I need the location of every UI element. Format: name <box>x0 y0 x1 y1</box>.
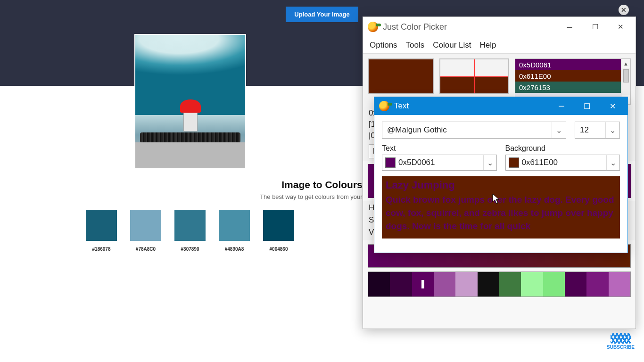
scheme-cell[interactable] <box>609 272 630 296</box>
swatch-hex-label: #004860 <box>270 247 288 252</box>
font-size-select[interactable]: 12 ⌄ <box>575 122 620 139</box>
swatch-hex-label: #186078 <box>92 247 111 252</box>
menu-colour-list[interactable]: Colour List <box>433 41 471 50</box>
palette-swatches: #186078#78A8C0#307890#4890A8#004860 <box>86 210 294 252</box>
dna-icon <box>611 333 631 344</box>
subscribe-watermark: SUBSCRIBE <box>607 333 635 350</box>
text-preview-area: Lazy Jumping Quick brown fox jumps over … <box>382 176 620 239</box>
maximize-button[interactable]: ☐ <box>577 99 597 113</box>
swatch-hex-label: #78A8C0 <box>136 247 156 252</box>
app-icon <box>379 101 389 111</box>
scheme-cell[interactable] <box>434 272 455 296</box>
app-icon <box>368 22 378 32</box>
scheme-cell[interactable] <box>455 272 477 296</box>
background-colour-select[interactable]: 0x611E00 ⌄ <box>505 155 620 171</box>
subscribe-label: SUBSCRIBE <box>607 345 635 350</box>
scheme-cell[interactable] <box>499 272 521 296</box>
palette-swatch[interactable]: #307890 <box>174 210 206 252</box>
menu-tools[interactable]: Tools <box>406 41 425 50</box>
text-colour-code: 0x5D0061 <box>398 158 483 167</box>
current-colour-swatch <box>368 58 434 94</box>
scheme-cell[interactable] <box>521 272 543 296</box>
scheme-cell[interactable] <box>368 272 390 296</box>
background-colour-swatch <box>509 157 519 168</box>
scroll-up-icon[interactable]: ▲ <box>621 59 630 68</box>
swatch-chip <box>174 210 206 241</box>
uploaded-photo <box>134 34 246 169</box>
history-item[interactable]: 0x611E00 <box>515 70 621 82</box>
close-button[interactable]: ✕ <box>610 20 631 34</box>
scheme-cell[interactable] <box>478 272 499 296</box>
preview-heading: Lazy Jumping <box>386 179 616 191</box>
history-item[interactable]: 0x5D0061 <box>515 59 621 70</box>
maximize-button[interactable]: ☐ <box>585 20 605 34</box>
font-size-value: 12 <box>575 125 605 135</box>
background-colour-label: Background <box>505 144 620 153</box>
scheme-cell[interactable] <box>412 272 434 296</box>
scheme-cell[interactable] <box>390 272 412 296</box>
minimize-button[interactable]: ─ <box>551 99 572 113</box>
scheme-cell[interactable] <box>586 272 608 296</box>
palette-swatch[interactable]: #004860 <box>263 210 294 252</box>
swatch-hex-label: #307890 <box>181 247 199 252</box>
text-colour-label: Text <box>382 144 497 153</box>
font-select[interactable]: @Malgun Gothic ⌄ <box>382 122 566 139</box>
scheme-cell[interactable] <box>565 272 586 296</box>
swatch-hex-label: #4890A8 <box>225 247 244 252</box>
preview-body: Quick brown fox jumps over the lazy dog.… <box>386 193 616 233</box>
close-button[interactable]: ✕ <box>602 99 623 113</box>
palette-swatch[interactable]: #78A8C0 <box>130 210 161 252</box>
swatch-chip <box>263 210 294 241</box>
window-title: Just Color Picker <box>383 22 447 32</box>
menu-bar: Options Tools Colour List Help <box>363 37 636 54</box>
font-select-value: @Malgun Gothic <box>382 125 552 135</box>
colour-scheme-strip[interactable] <box>368 272 631 297</box>
window-titlebar[interactable]: Just Color Picker ─ ☐ ✕ <box>363 17 636 37</box>
chevron-down-icon[interactable]: ⌄ <box>605 122 619 138</box>
zoom-preview <box>439 58 509 94</box>
swatch-chip <box>86 210 117 241</box>
swatch-chip <box>219 210 250 241</box>
chevron-down-icon[interactable]: ⌄ <box>552 122 566 138</box>
menu-options[interactable]: Options <box>370 41 397 50</box>
palette-swatch[interactable]: #4890A8 <box>219 210 250 252</box>
text-preview-window: Text ─ ☐ ✕ @Malgun Gothic ⌄ 12 ⌄ Text Ba… <box>374 97 628 253</box>
chevron-down-icon[interactable]: ⌄ <box>483 155 496 170</box>
upload-button[interactable]: Upload Your Image <box>286 7 358 22</box>
scheme-cell[interactable] <box>543 272 565 296</box>
text-colour-select[interactable]: 0x5D0061 ⌄ <box>382 155 497 171</box>
palette-swatch[interactable]: #186078 <box>86 210 117 252</box>
scroll-thumb[interactable] <box>623 69 629 82</box>
text-colour-swatch <box>385 157 396 168</box>
close-icon[interactable]: ✕ <box>619 5 629 15</box>
background-colour-code: 0x611E00 <box>522 158 607 167</box>
swatch-chip <box>130 210 161 241</box>
text-window-titlebar[interactable]: Text ─ ☐ ✕ <box>374 97 627 115</box>
chevron-down-icon[interactable]: ⌄ <box>606 155 619 170</box>
minimize-button[interactable]: ─ <box>559 20 580 34</box>
history-item[interactable]: 0x276153 <box>515 82 621 93</box>
text-window-title: Text <box>394 101 409 111</box>
menu-help[interactable]: Help <box>480 41 496 50</box>
